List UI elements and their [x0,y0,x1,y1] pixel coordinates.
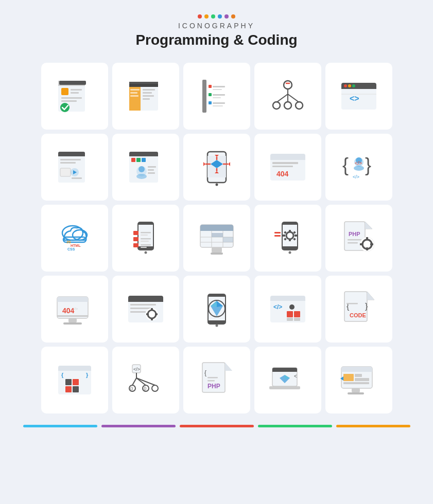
svg-rect-187 [294,311,300,317]
dot-purple [224,14,229,19]
svg-text:PHP: PHP [349,231,360,237]
svg-rect-57 [72,177,82,179]
svg-point-104 [144,251,147,254]
icon-cell-6[interactable] [41,134,108,201]
svg-rect-121 [212,233,223,237]
svg-rect-171 [151,318,153,320]
icon-cell-17[interactable] [112,276,179,343]
icon-cell-20[interactable]: { } CODE [325,276,392,343]
svg-rect-69 [148,172,155,174]
svg-text:PHP: PHP [207,383,220,390]
svg-rect-233 [355,374,362,377]
icon-cell-24[interactable]: < [254,347,321,413]
icon-cell-4[interactable] [254,63,321,130]
svg-rect-201 [65,379,72,385]
svg-rect-113 [141,247,147,248]
svg-rect-111 [141,241,149,242]
svg-rect-108 [141,232,151,233]
svg-rect-110 [141,238,151,240]
icon-cell-25[interactable] [325,347,392,413]
svg-rect-112 [141,244,151,246]
icon-cell-3[interactable] [183,63,250,130]
icon-cell-23[interactable]: { PHP [183,347,250,413]
icon-cell-10[interactable]: { } </> </> [325,134,392,201]
svg-rect-23 [209,85,212,88]
icon-cell-21[interactable]: { } [41,347,108,413]
svg-text:</>: </> [133,367,140,372]
icon-grid: <> [41,63,392,413]
svg-rect-5 [71,89,82,91]
svg-rect-170 [151,308,153,311]
svg-rect-20 [130,92,137,94]
svg-point-176 [215,325,218,327]
svg-rect-7 [61,97,82,99]
svg-rect-144 [348,239,362,241]
svg-rect-53 [60,162,76,164]
icon-cell-2[interactable] [112,63,179,130]
svg-rect-145 [348,242,358,244]
svg-rect-85 [272,162,298,164]
dot-blue [218,14,222,19]
bar-red [180,425,254,427]
svg-rect-166 [130,311,146,313]
svg-text:</>: </> [355,160,362,166]
svg-rect-204 [73,386,79,392]
icon-cell-8[interactable] [183,134,250,201]
svg-rect-131 [289,239,291,241]
icon-cell-13[interactable] [183,205,250,272]
icon-cell-1[interactable] [41,63,108,130]
icon-cell-16[interactable]: 404 </> [41,276,108,343]
icon-cell-14[interactable] [254,205,321,272]
svg-rect-133 [295,235,297,237]
svg-rect-106 [133,237,138,241]
svg-rect-16 [143,92,152,94]
svg-rect-68 [148,169,154,171]
svg-rect-159 [63,322,82,325]
svg-marker-79 [228,162,230,166]
icon-cell-12[interactable] [112,205,179,272]
icon-cell-7[interactable] [112,134,179,201]
svg-rect-31 [213,105,223,106]
svg-point-129 [288,234,291,238]
svg-line-210 [136,378,155,385]
icon-cell-9[interactable]: 404 [254,134,321,201]
dot-red [198,14,202,19]
icon-cell-18[interactable] [183,276,250,343]
svg-rect-123 [212,247,222,253]
svg-rect-107 [133,243,138,247]
svg-rect-183 [270,298,305,301]
svg-rect-122 [223,237,233,242]
svg-rect-52 [60,159,81,160]
svg-rect-124 [211,253,223,255]
svg-rect-203 [65,386,72,392]
svg-rect-139 [274,235,281,237]
icon-cell-19[interactable]: </> [254,276,321,343]
svg-line-208 [132,378,136,385]
svg-text:···: ··· [79,244,81,247]
svg-rect-220 [207,380,215,382]
svg-rect-232 [343,374,354,381]
svg-text:(): () [130,386,133,390]
svg-text:}: } [86,372,89,378]
icon-cell-11[interactable]: JS HTML CSS ··· [41,205,108,272]
svg-rect-54 [60,168,71,176]
svg-rect-26 [209,93,212,96]
svg-text:404: 404 [276,170,289,178]
icon-cell-5[interactable]: <> [325,63,392,130]
svg-rect-116 [200,228,233,231]
svg-rect-15 [143,89,155,91]
svg-point-148 [365,242,369,246]
svg-point-46 [352,84,355,87]
svg-line-36 [288,94,299,102]
svg-rect-149 [366,237,368,240]
svg-rect-61 [131,158,135,162]
svg-point-185 [289,304,295,310]
icon-cell-22[interactable]: </> {} () [112,347,179,413]
icon-cell-15[interactable]: PHP [325,205,392,272]
dot-amber [231,14,235,19]
svg-rect-189 [294,318,300,321]
svg-rect-51 [58,154,85,156]
bar-purple [101,425,176,427]
rainbow-dots [198,14,235,19]
svg-point-92 [354,166,364,171]
